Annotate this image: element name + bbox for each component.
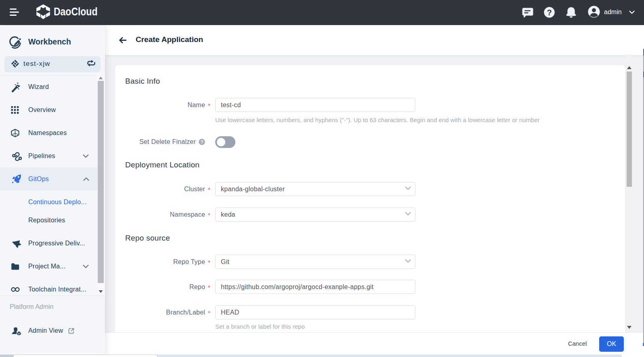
svg-text:?: ?	[201, 139, 203, 144]
svg-text:?: ?	[547, 8, 552, 17]
